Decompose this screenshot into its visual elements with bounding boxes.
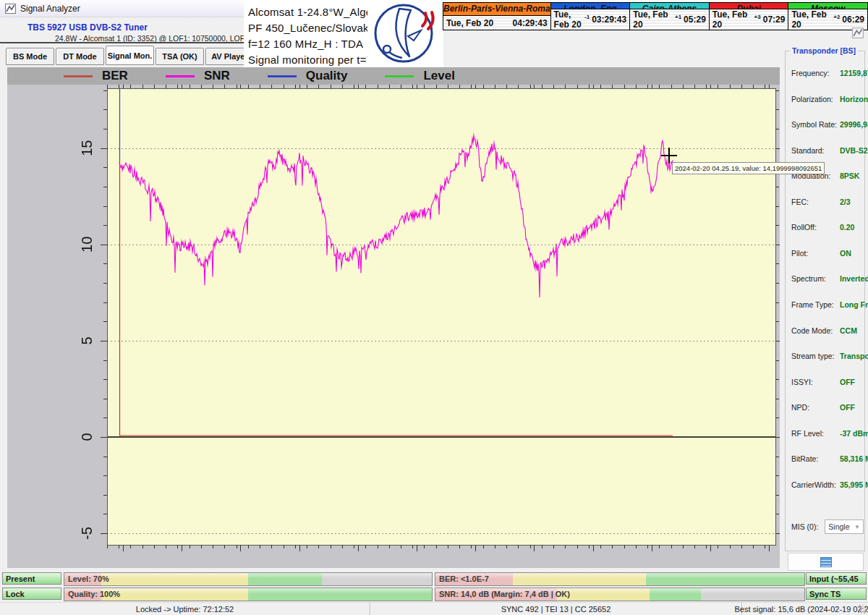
bar-label: Quality: 100% — [68, 588, 120, 601]
bar-label: SNR: 14,0 dB (Margin: 7,4 dB | OK) — [439, 588, 570, 601]
signal-chart-area: BERSNRQualityLevel — [7, 67, 780, 568]
bar-quality: Quality: 100% — [64, 588, 433, 601]
transponder-field-spectrum-: Spectrum:Inverted — [791, 274, 864, 283]
legend-label: BER — [102, 69, 128, 83]
legend-label: Quality — [306, 69, 348, 83]
legend-line-swatch — [385, 75, 414, 77]
statusbar: Locked -> Uptime: 72:12:52 SYNC 492 | TE… — [0, 602, 868, 615]
transponder-field-carrierwidth-: CarrierWidth:35,995 MHz — [791, 480, 864, 489]
mis-label: MIS (0): — [791, 522, 818, 531]
clock-berlin-paris-vienna-roma: Berlin-Paris-Vienna-RomaTue, Feb 2004:29… — [443, 3, 551, 30]
transponder-field-standard-: Standard:DVB-S2 — [791, 146, 864, 155]
field-label: Standard: — [791, 146, 840, 155]
transponder-field-frequency-: Frequency:12159,873 MHz — [791, 69, 864, 77]
statusbar-best-signal: Best signal: 15,6 dB (2024-02-19 02:25) — [742, 603, 868, 615]
tab-dt-mode[interactable]: DT Mode — [56, 48, 104, 65]
signal-chart[interactable] — [7, 67, 780, 568]
field-value: OFF — [840, 403, 855, 412]
transponder-field-rf-level-: RF Level:-37 dBm — [791, 429, 864, 438]
field-label: RF Level: — [791, 429, 840, 438]
signal-analyzer-app-icon — [5, 4, 16, 14]
field-value: DVB-S2 — [840, 146, 868, 155]
mis-dropdown[interactable]: Single ▼ — [825, 519, 864, 534]
field-value: 58,316 Mbit/s — [840, 454, 868, 463]
transponder-field-npd-: NPD:OFF — [791, 403, 864, 412]
legend-label: SNR — [204, 69, 230, 83]
clock-time-row: Tue, Feb 20-103:29:43 — [551, 9, 630, 30]
bar-label: Level: 70% — [68, 573, 109, 585]
badge-present: Present — [2, 572, 61, 585]
tab-signal-mon-[interactable]: Signal Mon. — [106, 46, 154, 65]
statusbar-sync-counters: SYNC 492 | TEI 13 | CC 25652 — [370, 603, 742, 615]
legend-line-swatch — [166, 75, 195, 77]
field-label: Stream type: — [791, 352, 840, 360]
clock-utc-offset: +2 — [833, 14, 840, 20]
legend-item-level: Level — [385, 69, 454, 83]
tab-bs-mode[interactable]: BS Mode — [6, 48, 54, 65]
field-value: 12159,873 MHz — [840, 69, 868, 77]
field-label: Frequency: — [791, 69, 840, 77]
transponder-field-stream-type-: Stream type:Transport — [791, 352, 864, 360]
bar-zone-yellow — [557, 588, 650, 601]
bar-zone-yellow — [101, 573, 248, 585]
legend-line-swatch — [268, 75, 297, 77]
clock-time-row: Tue, Feb 2004:29:43 — [443, 16, 550, 30]
transponder-field-code-mode-: Code Mode:CCM — [791, 326, 864, 335]
tab-tsa-ok-[interactable]: TSA (OK) — [156, 48, 204, 65]
signal-analyzer-tray-icon[interactable] — [852, 27, 864, 38]
clock-utc-offset: +3 — [754, 14, 761, 20]
transponder-sidebar: Transponder [BS] MIS (0): Single ▼ Frequ… — [785, 46, 867, 572]
dxsatcs-logo-graphic — [367, 0, 443, 67]
field-value: 35,995 MHz — [840, 480, 868, 489]
field-value: ON — [840, 249, 851, 258]
field-label: Code Mode: — [791, 326, 840, 335]
transponder-field-bitrate-: BitRate:58,316 Mbit/s — [791, 454, 864, 463]
field-label: FEC: — [791, 198, 840, 206]
clock-utc-offset: -1 — [584, 14, 590, 20]
chart-tooltip: 2024-02-20 04.25.19, value: 14,199999809… — [672, 162, 825, 174]
clock-time: 03:29:43 — [592, 14, 626, 25]
field-label: ISSYI: — [791, 378, 840, 386]
badge-lock: Lock — [2, 588, 61, 600]
transponder-field-fec-: FEC:2/3 — [791, 198, 864, 206]
transponder-field-symbol-rate-: Symbol Rate:29996,982 KS/s — [791, 120, 864, 129]
list-icon — [820, 557, 832, 567]
badge-sync-ts: Sync TS — [806, 588, 867, 600]
field-label: Spectrum: — [791, 274, 840, 283]
bar-zone-gray — [322, 573, 432, 585]
transponder-field-issyi-: ISSYI:OFF — [791, 378, 864, 386]
bar-level: Level: 70% — [64, 572, 433, 586]
bar-ber: BER: <1.0E-7 — [435, 572, 805, 586]
legend-item-ber: BER — [64, 69, 128, 83]
field-value: CCM — [840, 326, 857, 335]
badge-input-55-45-mbps-: Input (~55,45 Mbps) — [806, 572, 867, 585]
bar-zone-green — [248, 573, 322, 585]
clock-date: Tue, Feb 20 — [446, 18, 493, 28]
chevron-down-icon: ▼ — [854, 524, 860, 530]
clock-time-row: Tue, Feb 20+206:29 — [788, 9, 867, 30]
statusbar-lock-uptime: Locked -> Uptime: 72:12:52 — [0, 603, 370, 615]
transponder-field-frame-type-: Frame Type:Long Frame — [791, 300, 864, 309]
bar-zone-green — [650, 588, 701, 601]
mis-row: MIS (0): Single ▼ — [791, 519, 864, 534]
field-label: Polarization: — [791, 95, 840, 103]
transponder-list-button[interactable] — [788, 553, 864, 571]
clock-time: 07:29 — [763, 14, 786, 25]
resize-grip[interactable] — [858, 605, 867, 614]
clock-date: Tue, Feb 20 — [554, 9, 584, 30]
field-value: Transport — [840, 352, 868, 360]
mis-selected-value: Single — [828, 522, 849, 531]
field-label: Frame Type: — [791, 300, 840, 309]
field-value: 29996,982 KS/s — [840, 120, 868, 129]
header-divider — [0, 42, 244, 43]
window-title: Signal Analyzer — [20, 4, 80, 14]
mode-tabs: BS ModeDT ModeSignal Mon.TSA (OK)AV Play… — [6, 48, 254, 65]
world-clocks-panel: Berlin-Paris-Vienna-RomaTue, Feb 2004:29… — [443, 2, 868, 30]
transponder-field-pilot-: Pilot:ON — [791, 249, 864, 258]
field-value: Inverted — [840, 274, 868, 283]
clock-time-row: Tue, Feb 20+307:29 — [710, 9, 788, 30]
transponder-field-polarization-: Polarization:Horizontal — [791, 95, 864, 103]
clock-city: Dubai — [710, 3, 788, 9]
clock-city: Moscow — [788, 3, 867, 9]
transponder-title: Transponder [BS] — [790, 46, 858, 55]
